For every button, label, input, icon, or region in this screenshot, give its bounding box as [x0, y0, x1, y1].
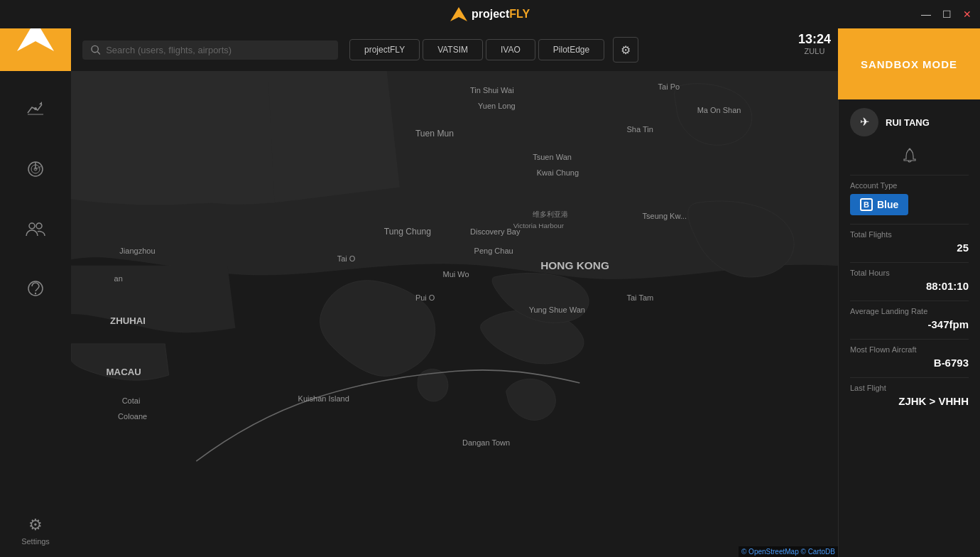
- sidebar-item-radar[interactable]: [14, 148, 57, 190]
- divider-1: [850, 175, 969, 175]
- sandbox-label: SANDBOX MODE: [861, 58, 957, 70]
- svg-text:Tsuen Wan: Tsuen Wan: [533, 153, 572, 161]
- svg-point-8: [29, 223, 35, 229]
- svg-marker-0: [450, 7, 467, 21]
- svg-line-13: [97, 52, 100, 55]
- notification-bell[interactable]: [850, 148, 969, 163]
- svg-text:Peng Chau: Peng Chau: [474, 247, 513, 255]
- svg-text:Tung Chung: Tung Chung: [384, 227, 431, 237]
- most-flown-aircraft-value: B-6793: [850, 357, 969, 369]
- total-hours-section: Total Hours 88:01:10: [850, 269, 969, 292]
- app-title: projectFLY: [450, 7, 530, 21]
- divider-5: [850, 339, 969, 340]
- tab-projectfly[interactable]: projectFLY: [349, 39, 420, 60]
- close-button[interactable]: ✕: [963, 9, 971, 20]
- svg-text:HONG KONG: HONG KONG: [540, 259, 609, 271]
- tab-pilotedge[interactable]: PilotEdge: [538, 39, 604, 60]
- svg-text:Kuishan Island: Kuishan Island: [298, 394, 349, 403]
- svg-text:Tai Po: Tai Po: [658, 82, 680, 91]
- minimize-button[interactable]: —: [921, 9, 931, 20]
- time-value: 13:24: [798, 32, 831, 47]
- time-display: 13:24 ZULU: [798, 32, 831, 55]
- avg-landing-rate-label: Average Landing Rate: [850, 307, 969, 315]
- avg-landing-rate-value: -347fpm: [850, 318, 969, 330]
- toolbar-settings-button[interactable]: ⚙: [613, 37, 638, 63]
- carto-credit: © CartoDB: [801, 548, 836, 556]
- total-flights-section: Total Flights 25: [850, 230, 969, 254]
- nav-tabs: projectFLY VATSIM IVAO PilotEdge: [349, 39, 604, 60]
- svg-text:Dangan Town: Dangan Town: [462, 438, 510, 447]
- svg-point-11: [35, 293, 36, 294]
- account-type-badge: B Blue: [850, 194, 908, 215]
- divider-6: [850, 377, 969, 378]
- user-avatar: ✈: [850, 108, 878, 136]
- svg-text:Victoria Harbour: Victoria Harbour: [513, 222, 565, 229]
- svg-text:Tuen Mun: Tuen Mun: [415, 129, 454, 139]
- last-flight-label: Last Flight: [850, 384, 969, 392]
- svg-text:Jiangzhou: Jiangzhou: [119, 247, 155, 255]
- divider-4: [850, 301, 969, 301]
- svg-text:Yuen Long: Yuen Long: [478, 102, 516, 110]
- svg-point-2: [34, 107, 37, 110]
- sidebar-settings: ⚙ Settings: [21, 516, 50, 546]
- last-flight-section: Last Flight ZJHK > VHHH: [850, 384, 969, 407]
- tab-ivao[interactable]: IVAO: [486, 39, 535, 60]
- user-profile: ✈ RUI TANG: [850, 108, 969, 136]
- toolbar: projectFLY VATSIM IVAO PilotEdge ⚙: [71, 28, 838, 71]
- svg-text:MACAU: MACAU: [107, 367, 141, 377]
- settings-label: Settings: [21, 537, 50, 546]
- tab-vatsim[interactable]: VATSIM: [423, 39, 483, 60]
- svg-text:Tai O: Tai O: [337, 254, 356, 263]
- account-type-section: Account Type B Blue: [850, 181, 969, 215]
- svg-text:Tin Shui Wai: Tin Shui Wai: [470, 86, 514, 94]
- title-text: projectFLY: [472, 8, 530, 21]
- search-icon: [91, 45, 100, 55]
- sidebar-item-community[interactable]: [14, 207, 57, 250]
- map: Fanling Tin Shui Wai Yuen Long Tai Po Tu…: [71, 71, 838, 557]
- svg-text:Mui Wo: Mui Wo: [442, 270, 469, 278]
- sandbox-badge: SANDBOX MODE: [838, 28, 980, 99]
- svg-text:Coloane: Coloane: [118, 412, 147, 421]
- logo-icon: [450, 7, 467, 21]
- svg-text:✈: ✈: [860, 116, 869, 128]
- svg-text:Tai Tam: Tai Tam: [626, 293, 653, 302]
- svg-text:ZHUHAI: ZHUHAI: [110, 315, 146, 326]
- most-flown-aircraft-label: Most Flown Aircraft: [850, 345, 969, 354]
- search-box[interactable]: [82, 40, 338, 60]
- right-panel: ✈ RUI TANG Account Type B Blue Total Fli…: [838, 99, 980, 557]
- svg-text:Kwai Chung: Kwai Chung: [537, 168, 579, 177]
- avg-landing-rate-section: Average Landing Rate -347fpm: [850, 307, 969, 330]
- svg-text:Pui O: Pui O: [415, 293, 435, 302]
- account-type-label: Account Type: [850, 181, 969, 190]
- divider-2: [850, 224, 969, 225]
- svg-text:an: an: [114, 274, 123, 283]
- svg-text:维多利亚港: 维多利亚港: [533, 210, 568, 218]
- svg-point-46: [908, 148, 910, 151]
- last-flight-value: ZJHK > VHHH: [850, 395, 969, 407]
- maximize-button[interactable]: ☐: [942, 9, 952, 20]
- svg-text:Tseung Kw...: Tseung Kw...: [642, 212, 686, 220]
- svg-text:Cotai: Cotai: [122, 396, 141, 405]
- search-input[interactable]: [106, 45, 330, 55]
- time-unit: ZULU: [798, 47, 831, 55]
- osm-credit: © OpenStreetMap: [741, 548, 799, 556]
- sidebar: ⚙ Settings: [0, 0, 71, 557]
- sidebar-item-support[interactable]: [14, 267, 57, 310]
- divider-3: [850, 262, 969, 263]
- total-flights-value: 25: [850, 242, 969, 254]
- total-hours-value: 88:01:10: [850, 280, 969, 292]
- settings-icon[interactable]: ⚙: [28, 516, 43, 534]
- user-name: RUI TANG: [886, 117, 930, 128]
- titlebar: projectFLY — ☐ ✕: [0, 0, 980, 28]
- total-flights-label: Total Flights: [850, 230, 969, 239]
- most-flown-aircraft-section: Most Flown Aircraft B-6793: [850, 345, 969, 369]
- svg-text:Yung Shue Wan: Yung Shue Wan: [529, 305, 585, 314]
- sidebar-item-flights[interactable]: [14, 88, 57, 131]
- badge-text: Blue: [877, 199, 898, 210]
- map-attribution: © OpenStreetMap © CartoDB: [739, 546, 838, 557]
- svg-text:Ma On Shan: Ma On Shan: [697, 106, 741, 114]
- window-controls: — ☐ ✕: [921, 9, 971, 20]
- badge-b-icon: B: [860, 198, 873, 211]
- total-hours-label: Total Hours: [850, 269, 969, 277]
- svg-text:Sha Tin: Sha Tin: [626, 125, 653, 134]
